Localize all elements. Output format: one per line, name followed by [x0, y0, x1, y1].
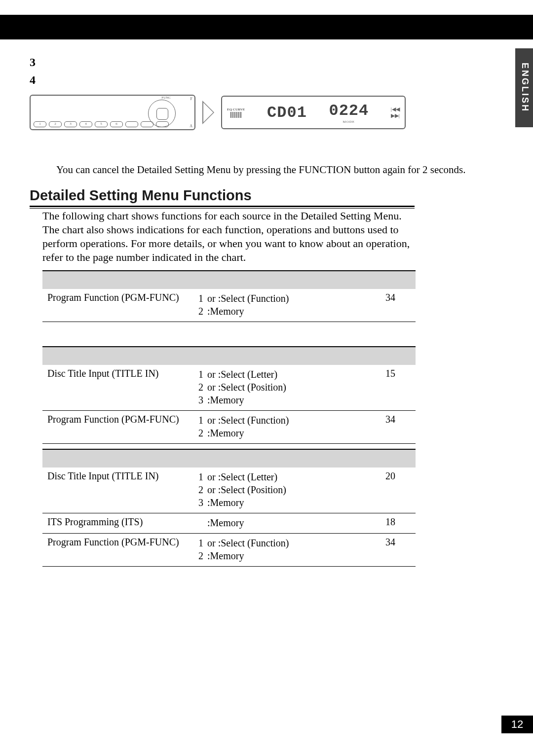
table-header — [42, 271, 416, 289]
func-ops: 1or :Select (Function) 2:Memory — [195, 414, 373, 439]
lcd-display-drawing: EQ CURVE CD01 0224 MODE |◀◀ ▶▶| — [221, 96, 406, 129]
preset-btn: 1 — [34, 121, 46, 127]
page-ref: 20 — [373, 470, 408, 509]
preset-btn: 3 — [64, 121, 77, 127]
language-tab: ENGLISH — [515, 48, 533, 127]
table-header — [42, 347, 416, 365]
table-row: ITS Programming (ITS) :Memory 18 — [42, 513, 416, 534]
func-name: Program Function (PGM-FUNC) — [47, 537, 195, 562]
func-ops: 1or :Select (Letter) 2or :Select (Positi… — [195, 368, 373, 406]
preset-btn — [141, 121, 153, 127]
preset-btn — [125, 121, 138, 127]
eq-curve-icon: EQ CURVE — [227, 108, 245, 118]
manual-page: 3 4 ENGLISH FUNC F A 1 2 3 4 5 6 — [0, 0, 533, 756]
functions-table-tuner: Program Function (PGM-FUNC) 1or :Select … — [42, 270, 416, 322]
skip-icons: |◀◀ ▶▶| — [391, 107, 400, 118]
lcd-cd-text: CD01 — [267, 104, 307, 122]
page-ref: 34 — [373, 414, 408, 439]
table-row: Program Function (PGM-FUNC) 1or :Select … — [42, 534, 416, 567]
section-heading: Detailed Setting Menu Functions — [30, 187, 415, 209]
preset-btn: 4 — [79, 121, 92, 127]
page-ref: 15 — [373, 368, 408, 406]
table-row: Program Function (PGM-FUNC) 1or :Select … — [42, 411, 416, 444]
table-row: Disc Title Input (TITLE IN) 1or :Select … — [42, 365, 416, 411]
func-ops: 1or :Select (Function) 2:Memory — [195, 537, 373, 562]
functions-table-multicd: Disc Title Input (TITLE IN) 1or :Select … — [42, 449, 416, 567]
page-ref: 34 — [373, 537, 408, 562]
step-3: 3 — [30, 53, 36, 71]
preset-btn — [156, 121, 169, 127]
head-unit-drawing: FUNC F A 1 2 3 4 5 6 — [30, 95, 195, 130]
table-row: Disc Title Input (TITLE IN) 1or :Select … — [42, 468, 416, 513]
func-name: ITS Programming (ITS) — [47, 516, 195, 529]
cancel-note: You can cancel the Detailed Setting Menu… — [56, 164, 466, 176]
language-tab-label: ENGLISH — [520, 63, 530, 112]
label-func: FUNC — [161, 96, 171, 100]
func-ops: 1or :Select (Letter) 2or :Select (Positi… — [195, 470, 373, 509]
table-header — [42, 450, 416, 468]
lcd-time-text: 0224 — [329, 102, 369, 120]
next-track-icon: ▶▶| — [391, 113, 400, 118]
page-ref: 34 — [373, 292, 408, 318]
table-row: Program Function (PGM-FUNC) 1or :Select … — [42, 289, 416, 322]
section-heading-text: Detailed Setting Menu Functions — [30, 187, 415, 206]
label-f: F — [190, 97, 192, 101]
header-bar — [0, 15, 533, 39]
func-name: Disc Title Input (TITLE IN) — [47, 470, 195, 509]
preset-btn: 5 — [95, 121, 108, 127]
functions-table-cd: Disc Title Input (TITLE IN) 1or :Select … — [42, 346, 416, 444]
func-name: Program Function (PGM-FUNC) — [47, 414, 195, 439]
preset-btn: 2 — [49, 121, 62, 127]
func-ops: 1or :Select (Function) 2:Memory — [195, 292, 373, 318]
arrow-right-icon — [202, 101, 214, 124]
preset-btn: 6 — [110, 121, 123, 127]
func-ops: :Memory — [195, 516, 373, 529]
mode-label: MODE — [343, 120, 355, 124]
func-name: Program Function (PGM-FUNC) — [47, 292, 195, 318]
step-4: 4 — [30, 71, 36, 89]
page-ref: 18 — [373, 516, 408, 529]
eq-curve-label: EQ CURVE — [227, 108, 245, 111]
page-number: 12 — [501, 716, 533, 733]
func-name: Disc Title Input (TITLE IN) — [47, 368, 195, 406]
label-a: A — [190, 124, 192, 128]
device-illustration: FUNC F A 1 2 3 4 5 6 EQ CURVE CD01 — [30, 93, 410, 132]
preset-button-row: 1 2 3 4 5 6 — [34, 121, 169, 127]
step-numbers: 3 4 — [30, 53, 36, 89]
intro-paragraph: The following chart shows functions for … — [42, 209, 416, 264]
prev-track-icon: |◀◀ — [391, 107, 400, 112]
